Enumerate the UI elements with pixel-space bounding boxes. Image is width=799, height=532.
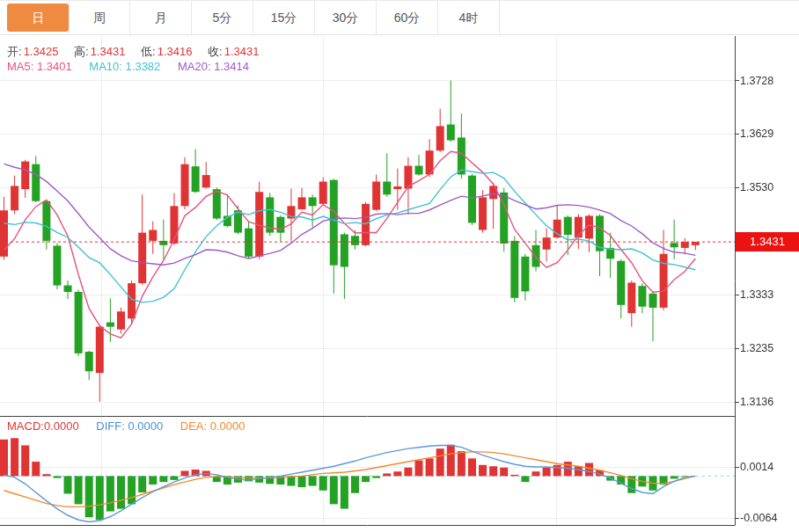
price-tick-label: 1.3629 (740, 128, 796, 140)
tab-5min[interactable]: 5分 (192, 1, 253, 34)
price-tick-label: 1.3235 (740, 342, 796, 354)
open-label: 开: (7, 45, 22, 58)
high-value: 1.3431 (91, 45, 126, 58)
high-label: 高: (74, 45, 89, 58)
tab-60min[interactable]: 60分 (377, 1, 438, 34)
tab-month[interactable]: 月 (130, 1, 192, 34)
macd-tick-label: -0.0064 (740, 512, 796, 524)
tab-30min[interactable]: 30分 (315, 1, 377, 34)
open-value: 1.3425 (24, 45, 59, 58)
candlestick-macd-canvas[interactable] (0, 1, 799, 532)
last-price-badge: 1.3431 (736, 232, 799, 251)
ma20-readout: MA20: 1.3414 (178, 60, 249, 73)
low-value: 1.3416 (158, 45, 193, 58)
macd-value-readout: MACD:0.0000 (7, 419, 79, 433)
ma5-readout: MA5: 1.3401 (7, 60, 72, 73)
price-tick-label: 1.3728 (740, 75, 796, 87)
low-label: 低: (141, 45, 156, 58)
dea-value-readout: DEA: 0.0000 (180, 419, 246, 433)
macd-tick-label: 0.0014 (740, 461, 796, 473)
ohlc-readout: 开:1.3425 高:1.3431 低:1.3416 收:1.3431 (7, 44, 271, 60)
price-tick-label: 1.3530 (740, 181, 796, 193)
tab-week[interactable]: 周 (69, 1, 130, 34)
price-tick-label: 1.3333 (740, 288, 796, 301)
ma-readout: MA5: 1.3401 MA10: 1.3382 MA20: 1.3414 (7, 60, 249, 73)
close-label: 收: (208, 45, 223, 58)
tab-day[interactable]: 日 (7, 4, 69, 32)
timeframe-tabbar: 日 周 月 5分 15分 30分 60分 4时 (0, 1, 799, 35)
price-tick-label: 1.3136 (740, 396, 796, 408)
trading-chart-app: 日 周 月 5分 15分 30分 60分 4时 开:1.3425 高:1.343… (0, 0, 799, 532)
ma10-readout: MA10: 1.3382 (89, 60, 160, 73)
tab-4hour[interactable]: 4时 (438, 1, 500, 34)
close-value: 1.3431 (224, 45, 260, 58)
tab-15min[interactable]: 15分 (253, 1, 315, 34)
macd-readout: MACD:0.0000 DIFF: 0.0000 DEA: 0.0000 (7, 419, 246, 433)
diff-value-readout: DIFF: 0.0000 (96, 419, 163, 433)
